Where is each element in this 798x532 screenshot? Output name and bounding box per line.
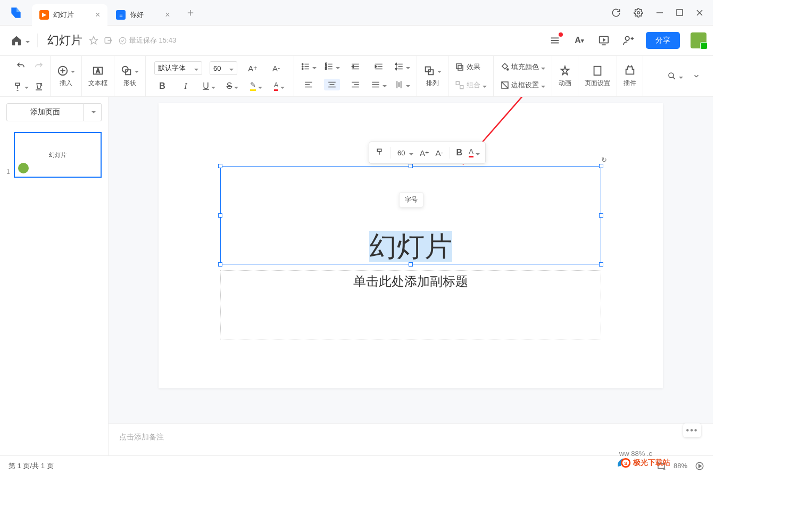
- font-style-icon[interactable]: A▾: [572, 34, 586, 47]
- decrease-font-mini[interactable]: A-: [435, 148, 443, 157]
- font-size-mini[interactable]: 60: [397, 149, 413, 157]
- title-textbox[interactable]: ↻ 60 A+ A- B A 字号 幻灯片: [220, 166, 601, 264]
- animation-button[interactable]: 动画: [559, 65, 571, 88]
- shapes-button[interactable]: 形状: [121, 65, 139, 88]
- svg-point-78: [669, 73, 674, 78]
- highlight-button[interactable]: ✎: [248, 81, 264, 91]
- move-icon[interactable]: [104, 36, 113, 45]
- slide-canvas[interactable]: ↻ 60 A+ A- B A 字号 幻灯片: [159, 103, 663, 388]
- resize-handle[interactable]: [218, 213, 222, 218]
- effect-button[interactable]: 效果: [455, 62, 480, 72]
- align-center-button[interactable]: [324, 79, 340, 90]
- line-spacing-button[interactable]: [394, 62, 410, 71]
- font-family-select[interactable]: 默认字体: [154, 61, 202, 75]
- maximize-button[interactable]: [676, 9, 683, 16]
- close-button[interactable]: [696, 9, 703, 16]
- present-icon[interactable]: [597, 34, 611, 47]
- increase-font-mini[interactable]: A+: [420, 148, 429, 157]
- resize-handle[interactable]: [599, 213, 603, 218]
- title-bar: ▶ 幻灯片 × ≡ 你好 × ＋: [0, 0, 713, 26]
- tab-doc[interactable]: ≡ 你好 ×: [109, 4, 177, 26]
- minimize-button[interactable]: [656, 9, 663, 16]
- insert-button[interactable]: 插入: [57, 65, 75, 88]
- svg-marker-5: [90, 37, 98, 44]
- title-text[interactable]: 幻灯片: [221, 231, 601, 262]
- status-bar: 第 1 页/共 1 页 88%: [0, 455, 713, 476]
- app-logo: [0, 6, 32, 20]
- tab-doc-close[interactable]: ×: [165, 10, 170, 20]
- arrange-button[interactable]: 排列: [423, 65, 442, 88]
- fill-color-button[interactable]: 填充颜色: [500, 62, 546, 72]
- redo-button[interactable]: [34, 61, 44, 71]
- format-painter-mini[interactable]: [375, 148, 384, 157]
- rotate-handle[interactable]: ↻: [601, 156, 607, 164]
- user-avatar[interactable]: [691, 32, 706, 48]
- bold-mini[interactable]: B: [456, 148, 463, 157]
- tab-doc-title: 你好: [130, 10, 144, 20]
- new-tab-button[interactable]: ＋: [185, 5, 196, 20]
- resize-handle[interactable]: [218, 164, 222, 168]
- resize-handle[interactable]: [599, 164, 603, 168]
- increase-font-button[interactable]: A+: [245, 64, 261, 73]
- subtitle-placeholder: 单击此处添加副标题: [353, 274, 468, 288]
- format-painter-button[interactable]: [13, 82, 29, 92]
- play-button[interactable]: [695, 461, 704, 471]
- outdent-button[interactable]: [347, 62, 363, 71]
- font-size-select[interactable]: 60: [210, 61, 237, 75]
- sync-icon[interactable]: [611, 8, 621, 18]
- subtitle-textbox[interactable]: 单击此处添加副标题: [220, 270, 601, 339]
- underline-button[interactable]: U: [201, 81, 217, 91]
- svg-point-25: [302, 63, 303, 64]
- svg-text:A: A: [96, 68, 100, 73]
- strikethrough-button[interactable]: S: [225, 81, 240, 91]
- resize-handle[interactable]: [218, 262, 222, 267]
- font-color-mini[interactable]: A: [469, 148, 480, 157]
- align-right-button[interactable]: [347, 80, 363, 89]
- group-button[interactable]: 组合: [455, 80, 487, 90]
- bold-button[interactable]: B: [154, 81, 170, 91]
- vertical-align-button[interactable]: [394, 80, 410, 89]
- bullet-list-button[interactable]: [301, 62, 317, 71]
- add-collaborator-icon[interactable]: [621, 34, 635, 47]
- font-color-button[interactable]: A: [271, 81, 287, 91]
- svg-marker-74: [561, 66, 569, 74]
- resize-handle[interactable]: [409, 164, 413, 168]
- resize-handle[interactable]: [599, 262, 603, 267]
- svg-marker-40: [352, 65, 353, 68]
- header-bar: 幻灯片 最近保存 15:43 A▾ 分享: [0, 26, 713, 55]
- page-setup-button[interactable]: 页面设置: [585, 65, 610, 88]
- plugins-button[interactable]: 插件: [624, 65, 636, 88]
- svg-text:3: 3: [325, 67, 327, 70]
- last-saved: 最近保存 15:43: [119, 36, 176, 45]
- add-page-dropdown[interactable]: [84, 103, 102, 121]
- star-icon[interactable]: [89, 36, 98, 45]
- decrease-font-button[interactable]: A-: [268, 64, 284, 73]
- italic-button[interactable]: I: [178, 81, 194, 91]
- align-left-button[interactable]: [301, 80, 317, 89]
- zoom-level[interactable]: 88%: [674, 462, 687, 470]
- share-button[interactable]: 分享: [646, 32, 680, 49]
- fit-screen-button[interactable]: [656, 461, 666, 471]
- svg-marker-84: [699, 464, 702, 468]
- workspace: 添加页面 1 幻灯片: [0, 97, 713, 455]
- align-justify-button[interactable]: [371, 80, 387, 89]
- numbered-list-button[interactable]: 123: [324, 62, 340, 71]
- slide-thumbnail-1[interactable]: 幻灯片: [14, 132, 102, 178]
- thumbnail-index: 1: [6, 168, 11, 178]
- tab-slides[interactable]: ▶ 幻灯片 ×: [32, 4, 107, 26]
- menu-icon[interactable]: [548, 34, 562, 47]
- more-options-button[interactable]: •••: [683, 423, 701, 437]
- add-page-button[interactable]: 添加页面: [6, 103, 84, 121]
- toolbar-collapse-button[interactable]: [693, 72, 700, 80]
- border-settings-button[interactable]: 边框设置: [500, 80, 546, 90]
- notification-dot: [559, 32, 563, 37]
- home-button[interactable]: [11, 35, 30, 46]
- indent-button[interactable]: [371, 62, 387, 71]
- resize-handle[interactable]: [409, 262, 413, 267]
- search-button[interactable]: [667, 71, 683, 81]
- textbox-button[interactable]: A文本框: [88, 65, 107, 88]
- tab-slides-close[interactable]: ×: [95, 10, 100, 20]
- clear-format-button[interactable]: [34, 82, 44, 92]
- settings-icon[interactable]: [634, 8, 643, 18]
- undo-button[interactable]: [16, 61, 26, 71]
